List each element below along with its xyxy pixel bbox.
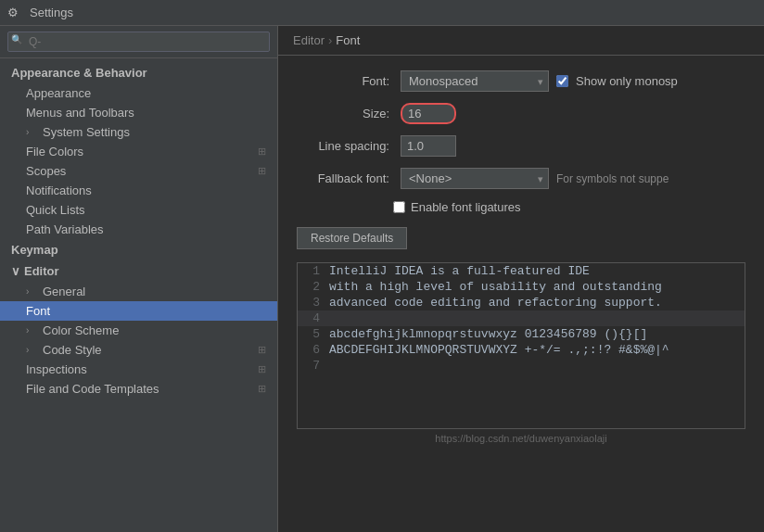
search-wrapper xyxy=(7,32,270,52)
app-icon: ⚙ xyxy=(7,6,22,20)
fallback-dropdown-wrapper: <None> xyxy=(401,168,549,189)
sidebar: Appearance & Behavior Appearance Menus a… xyxy=(0,26,278,532)
sidebar-item-color-scheme[interactable]: › Color Scheme xyxy=(0,321,277,340)
size-input[interactable] xyxy=(401,103,456,124)
preview-line-3: 3 advanced code editing and refactoring … xyxy=(298,295,745,310)
quick-lists-label: Quick Lists xyxy=(26,203,85,217)
section-editor[interactable]: ∨ Editor xyxy=(0,260,277,282)
file-code-templates-icon: ⊞ xyxy=(258,383,266,395)
preview-line-6: 6 ABCDEFGHIJKLMNOPQRSTUVWXYZ +-*/= .,;:!… xyxy=(298,342,745,358)
font-dropdown[interactable]: Monospaced xyxy=(401,70,549,92)
fallback-font-label: Fallback font: xyxy=(297,171,389,185)
section-keymap[interactable]: Keymap xyxy=(0,239,277,260)
line-num-2: 2 xyxy=(298,280,320,294)
size-row: Size: xyxy=(297,103,745,124)
file-colors-label: File Colors xyxy=(26,145,83,158)
color-scheme-chevron: › xyxy=(26,325,39,336)
font-field-label: Font: xyxy=(297,74,389,88)
sidebar-item-code-style[interactable]: › Code Style ⊞ xyxy=(0,340,277,360)
editor-chevron: ∨ xyxy=(11,264,20,278)
file-colors-icon: ⊞ xyxy=(258,146,266,158)
scopes-icon: ⊞ xyxy=(258,165,266,177)
preview-line-7: 7 xyxy=(298,358,745,374)
line-num-4: 4 xyxy=(298,311,320,325)
sidebar-item-file-code-templates[interactable]: File and Code Templates ⊞ xyxy=(0,379,277,399)
sidebar-item-notifications[interactable]: Notifications xyxy=(0,181,277,200)
scopes-label: Scopes xyxy=(26,164,66,178)
fallback-hint: For symbols not suppe xyxy=(556,172,668,185)
preview-area: 1 IntelliJ IDEA is a full-featured IDE 2… xyxy=(297,262,745,429)
line-spacing-row: Line spacing: xyxy=(297,135,745,157)
code-style-chevron: › xyxy=(26,345,39,355)
inspections-icon: ⊞ xyxy=(258,363,266,375)
preview-line-4: 4 xyxy=(298,310,745,326)
main-panel: Editor › Font Font: Monospaced S xyxy=(278,26,764,532)
font-dropdown-wrapper: Monospaced xyxy=(401,70,549,92)
line-spacing-control xyxy=(401,135,456,157)
breadcrumb: Editor › Font xyxy=(278,26,764,56)
font-row: Font: Monospaced Show only monosp xyxy=(297,70,745,92)
settings-window: ⚙ Settings Appearance & Behavior Appeara… xyxy=(0,0,764,532)
line-spacing-label: Line spacing: xyxy=(297,139,389,153)
code-style-label: Code Style xyxy=(43,343,102,357)
fallback-font-dropdown[interactable]: <None> xyxy=(401,168,549,189)
sidebar-item-menus-toolbars[interactable]: Menus and Toolbars xyxy=(0,103,277,122)
editor-label: Editor xyxy=(24,264,59,278)
watermark: https://blog.csdn.net/duwenyanxiaolaji xyxy=(297,429,745,448)
general-chevron: › xyxy=(26,286,39,297)
sidebar-item-scopes[interactable]: Scopes ⊞ xyxy=(0,161,277,181)
sidebar-item-inspections[interactable]: Inspections ⊞ xyxy=(0,360,277,379)
window-title: Settings xyxy=(30,6,73,19)
size-control xyxy=(401,103,456,124)
system-settings-label: System Settings xyxy=(43,125,130,139)
breadcrumb-parent: Editor xyxy=(293,33,325,47)
sidebar-item-system-settings[interactable]: › System Settings xyxy=(0,122,277,142)
preview-line-2: 2 with a high level of usability and out… xyxy=(298,279,745,295)
sidebar-item-file-colors[interactable]: File Colors ⊞ xyxy=(0,142,277,161)
line-text-1: IntelliJ IDEA is a full-featured IDE xyxy=(329,264,590,278)
line-text-3: advanced code editing and refactoring su… xyxy=(329,296,662,310)
line-text-6: ABCDEFGHIJKLMNOPQRSTUVWXYZ +-*/= .,;:!? … xyxy=(329,343,669,357)
sidebar-item-quick-lists[interactable]: Quick Lists xyxy=(0,200,277,220)
line-num-7: 7 xyxy=(298,359,320,373)
line-num-5: 5 xyxy=(298,327,320,341)
line-num-1: 1 xyxy=(298,264,320,278)
sidebar-item-path-variables[interactable]: Path Variables xyxy=(0,220,277,239)
fallback-font-row: Fallback font: <None> For symbols not su… xyxy=(297,168,745,189)
path-variables-label: Path Variables xyxy=(26,222,104,236)
menus-label: Menus and Toolbars xyxy=(26,106,134,120)
search-box xyxy=(0,26,277,58)
sidebar-item-font[interactable]: Font xyxy=(0,301,277,321)
notifications-label: Notifications xyxy=(26,184,92,197)
ligatures-label: Enable font ligatures xyxy=(411,200,521,214)
breadcrumb-current: Font xyxy=(336,33,360,47)
line-spacing-input[interactable] xyxy=(401,135,456,157)
preview-line-5: 5 abcdefghijklmnopqrstuvwxyz 0123456789 … xyxy=(298,326,745,342)
restore-defaults-button[interactable]: Restore Defaults xyxy=(297,227,407,249)
size-field-label: Size: xyxy=(297,107,389,120)
line-text-5: abcdefghijklmnopqrstuvwxyz 0123456789 ()… xyxy=(329,327,647,341)
show-monospace-label: Show only monosp xyxy=(576,74,678,88)
search-input[interactable] xyxy=(7,32,270,52)
settings-content: Font: Monospaced Show only monosp Size: xyxy=(278,56,764,532)
font-label-sidebar: Font xyxy=(26,304,50,318)
inspections-label: Inspections xyxy=(26,362,87,376)
code-style-icon: ⊞ xyxy=(258,344,266,356)
font-control: Monospaced Show only monosp xyxy=(401,70,678,92)
sidebar-item-appearance[interactable]: Appearance xyxy=(0,83,277,103)
preview-line-1: 1 IntelliJ IDEA is a full-featured IDE xyxy=(298,263,745,279)
file-code-templates-label: File and Code Templates xyxy=(26,382,159,396)
show-monospace-checkbox[interactable] xyxy=(556,75,568,87)
section-appearance-behavior[interactable]: Appearance & Behavior xyxy=(0,62,277,83)
appearance-label: Appearance xyxy=(26,86,91,100)
system-settings-chevron: › xyxy=(26,127,39,137)
enable-ligatures-checkbox[interactable] xyxy=(393,201,405,213)
fallback-font-control: <None> For symbols not suppe xyxy=(401,168,668,189)
breadcrumb-separator: › xyxy=(328,33,332,47)
sidebar-item-general[interactable]: › General xyxy=(0,282,277,301)
main-content: Appearance & Behavior Appearance Menus a… xyxy=(0,26,764,532)
color-scheme-label: Color Scheme xyxy=(43,323,119,337)
sidebar-tree: Appearance & Behavior Appearance Menus a… xyxy=(0,58,277,532)
line-num-6: 6 xyxy=(298,343,320,357)
titlebar: ⚙ Settings xyxy=(0,0,764,26)
